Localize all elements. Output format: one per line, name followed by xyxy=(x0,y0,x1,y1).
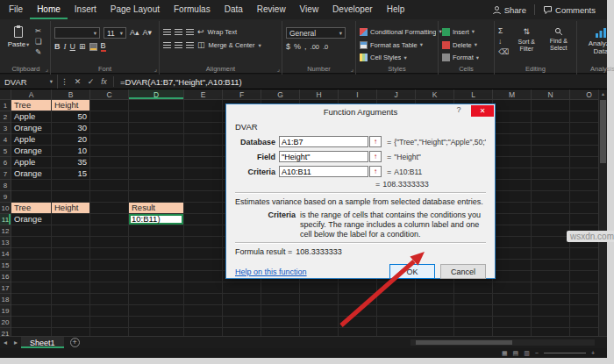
cell-E10[interactable] xyxy=(184,203,223,214)
insert-cells-button[interactable]: Insert▾ xyxy=(442,26,479,38)
cell-I18[interactable] xyxy=(339,294,377,305)
cell-N14[interactable] xyxy=(532,248,570,260)
cell-E4[interactable] xyxy=(184,134,223,146)
cell-N4[interactable] xyxy=(532,134,570,146)
cell-M12[interactable] xyxy=(493,225,532,237)
column-header-D[interactable]: D xyxy=(129,89,184,100)
cell-B18[interactable] xyxy=(52,294,90,305)
ribbon-tab-review[interactable]: Review xyxy=(250,0,293,19)
cell-O19[interactable] xyxy=(570,305,598,317)
cell-N2[interactable] xyxy=(532,111,570,123)
cell-M20[interactable] xyxy=(493,317,532,328)
cell-A4[interactable]: Apple xyxy=(11,134,52,146)
cell-J19[interactable] xyxy=(377,305,416,317)
cell-K17[interactable] xyxy=(416,282,454,294)
cell-B16[interactable] xyxy=(52,271,90,282)
cell-E1[interactable] xyxy=(184,100,223,111)
sort-filter-button[interactable]: ⇅ Sort & Filter xyxy=(512,24,540,63)
cell-O14[interactable] xyxy=(570,248,598,260)
fill-icon[interactable]: ↓ xyxy=(498,37,509,46)
column-header-A[interactable]: A xyxy=(11,89,52,100)
row-header-6[interactable]: 6 xyxy=(0,157,11,168)
row-header-5[interactable]: 5 xyxy=(0,146,11,157)
cell-N9[interactable] xyxy=(532,191,570,203)
cell-N17[interactable] xyxy=(532,282,570,294)
field-input[interactable] xyxy=(279,151,368,162)
cell-N8[interactable] xyxy=(532,180,570,191)
comments-button[interactable]: Comments xyxy=(537,4,602,17)
row-header-18[interactable]: 18 xyxy=(0,294,11,305)
row-header-1[interactable]: 1 xyxy=(0,100,11,111)
cell-H17[interactable] xyxy=(300,282,339,294)
ok-button[interactable]: OK xyxy=(389,264,435,279)
cell-H18[interactable] xyxy=(300,294,339,305)
cell-N5[interactable] xyxy=(532,146,570,157)
cell-L19[interactable] xyxy=(454,305,493,317)
row-header-19[interactable]: 19 xyxy=(0,305,11,317)
column-header-K[interactable]: K xyxy=(416,89,454,100)
cell-M7[interactable] xyxy=(493,168,532,180)
row-header-20[interactable]: 20 xyxy=(0,317,11,328)
cell-C21[interactable] xyxy=(90,328,129,336)
cell-E16[interactable] xyxy=(184,271,223,282)
cell-H21[interactable] xyxy=(300,328,339,336)
cell-N16[interactable] xyxy=(532,271,570,282)
number-format-combo[interactable]: General▾ xyxy=(286,27,346,39)
cell-E2[interactable] xyxy=(184,111,223,123)
cell-C18[interactable] xyxy=(90,294,129,305)
autosum-icon[interactable]: Σ xyxy=(498,26,509,36)
cell-G21[interactable] xyxy=(261,328,300,336)
cell-M14[interactable] xyxy=(493,248,532,260)
cell-O16[interactable] xyxy=(570,271,598,282)
cell-C17[interactable] xyxy=(90,282,129,294)
formula-bar-handle-icon[interactable]: ⋮ xyxy=(58,77,71,86)
cell-K19[interactable] xyxy=(416,305,454,317)
cell-B13[interactable] xyxy=(52,237,90,248)
row-header-14[interactable]: 14 xyxy=(0,248,11,260)
cell-O10[interactable] xyxy=(570,203,598,214)
cell-N21[interactable] xyxy=(532,328,570,336)
cell-A16[interactable] xyxy=(11,271,52,282)
page-layout-view-icon[interactable]: ▤ xyxy=(513,350,519,357)
italic-button[interactable]: I xyxy=(64,42,67,52)
cell-C6[interactable] xyxy=(90,157,129,168)
cell-O3[interactable] xyxy=(570,123,598,134)
borders-icon[interactable]: ⊞ xyxy=(79,42,86,52)
zoom-in-icon[interactable]: + xyxy=(591,350,595,356)
cell-G17[interactable] xyxy=(261,282,300,294)
cell-O1[interactable] xyxy=(570,100,598,111)
cell-J20[interactable] xyxy=(377,317,416,328)
cell-styles-button[interactable]: Cell Styles▾ xyxy=(360,52,442,63)
copy-icon[interactable]: ❏ xyxy=(35,37,42,46)
criteria-input[interactable] xyxy=(279,166,368,177)
cell-B14[interactable] xyxy=(52,248,90,260)
cell-D18[interactable] xyxy=(129,294,184,305)
ribbon-tab-file[interactable]: File xyxy=(2,0,30,19)
cell-E13[interactable] xyxy=(184,237,223,248)
align-top-icon[interactable] xyxy=(163,29,171,35)
cell-G20[interactable] xyxy=(261,317,300,328)
cancel-entry-icon[interactable]: ✕ xyxy=(71,77,84,86)
horizontal-scrollbar[interactable] xyxy=(411,339,595,346)
cell-O4[interactable] xyxy=(570,134,598,146)
cell-B21[interactable] xyxy=(52,328,90,336)
cell-M21[interactable] xyxy=(493,328,532,336)
database-input[interactable] xyxy=(279,136,368,147)
cell-N12[interactable] xyxy=(532,225,570,237)
cell-F18[interactable] xyxy=(223,294,261,305)
cell-A6[interactable]: Apple xyxy=(11,157,52,168)
cell-B8[interactable] xyxy=(52,180,90,191)
column-header-B[interactable]: B xyxy=(52,89,90,100)
cell-K18[interactable] xyxy=(416,294,454,305)
page-break-view-icon[interactable]: ▥ xyxy=(524,350,530,357)
cell-D21[interactable] xyxy=(129,328,184,336)
horizontal-scrollbar-thumb[interactable] xyxy=(416,340,512,345)
cell-L21[interactable] xyxy=(454,328,493,336)
row-header-9[interactable]: 9 xyxy=(0,191,11,203)
cell-O20[interactable] xyxy=(570,317,598,328)
cell-A14[interactable] xyxy=(11,248,52,260)
cell-N15[interactable] xyxy=(532,260,570,271)
dialog-help-icon[interactable]: ? xyxy=(451,105,467,117)
clipboard-dialog-launcher-icon[interactable]: ⌟ xyxy=(46,66,48,73)
cell-J21[interactable] xyxy=(377,328,416,336)
